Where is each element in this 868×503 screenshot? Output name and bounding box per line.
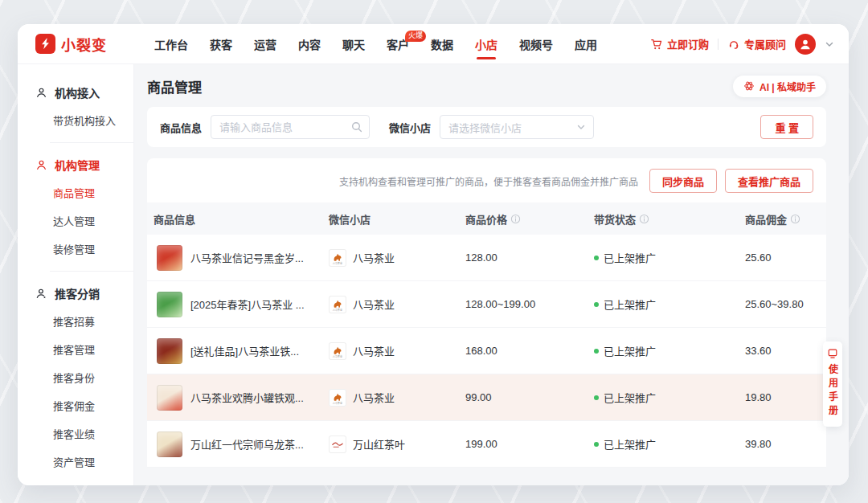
chevron-down-icon[interactable] [825, 39, 834, 49]
status-text: 已上架推广 [604, 343, 656, 358]
top-nav: 工作台 获客 运营 内容 聊天 客户 火爆 数据 小店 视频号 应用 [154, 24, 597, 63]
table-row[interactable]: [送礼佳品]八马茶业铁... 八马茶业 八马茶业 168.00 已上架推广 33… [147, 328, 826, 374]
nav-customer[interactable]: 客户 火爆 [387, 24, 409, 63]
sidebar-item-promoter-recruit[interactable]: 推客招募 [18, 307, 133, 335]
sidebar-item-promoter-manage[interactable]: 推客管理 [18, 335, 133, 363]
brand-name: 小裂变 [61, 34, 107, 55]
topbar-right: 立即订购 专属顾问 [650, 34, 834, 55]
commission-value: 39.80 [739, 438, 826, 450]
sidebar-item-org-access-entry[interactable]: 带货机构接入 [18, 106, 133, 134]
book-icon [827, 348, 838, 359]
nav-content[interactable]: 内容 [298, 24, 321, 63]
info-icon[interactable] [510, 214, 521, 224]
product-thumbnail [157, 292, 182, 317]
ai-assistant-button[interactable]: AI | 私域助手 [733, 76, 826, 97]
horse-logo-icon: 八马茶业 [329, 342, 346, 360]
sidebar-group-org-manage[interactable]: 机构管理 [18, 151, 133, 178]
nav-chat[interactable]: 聊天 [342, 24, 365, 63]
brand[interactable]: 小裂变 [35, 34, 133, 55]
cart-icon [650, 38, 663, 51]
product-table-card: 支持机构查看和管理可推广的商品，便于推客查看商品佣金并推广商品 同步商品 查看推… [147, 158, 826, 468]
person-icon [35, 87, 47, 99]
commission-value: 33.60 [739, 345, 826, 357]
ai-knot-icon [743, 80, 755, 92]
product-thumbnail [157, 245, 182, 271]
svg-text:八马茶业: 八马茶业 [333, 308, 342, 312]
hot-badge: 火爆 [405, 31, 426, 42]
nav-workbench[interactable]: 工作台 [154, 24, 188, 63]
sidebar-item-promoter-performance[interactable]: 推客业绩 [18, 419, 133, 448]
shop-name: 八马茶业 [353, 343, 395, 358]
avatar-icon[interactable] [795, 34, 816, 55]
product-thumbnail [157, 431, 182, 457]
product-price: 199.00 [459, 438, 588, 450]
user-manual-tab[interactable]: 使用手册 [823, 341, 842, 427]
sidebar-item-product-manage[interactable]: 商品管理 [18, 178, 133, 207]
divider [50, 271, 133, 272]
product-price: 128.00~199.00 [459, 298, 588, 310]
page-title: 商品管理 [147, 76, 202, 96]
product-thumbnail [157, 338, 182, 364]
headset-icon [727, 38, 740, 51]
table-hint: 支持机构查看和管理可推广的商品，便于推客查看商品佣金并推广商品 [339, 174, 638, 188]
nav-shop[interactable]: 小店 [475, 24, 497, 63]
search-icon[interactable] [350, 121, 363, 133]
main-content: 商品管理 AI | 私域助手 商品信息 微信小店 请选择微信小店 重 置 [134, 64, 849, 485]
product-name: [2025年春茶]八马茶业 ... [190, 296, 305, 312]
nav-channels[interactable]: 视频号 [519, 24, 553, 63]
shop-filter-label: 微信小店 [389, 120, 431, 135]
nav-data[interactable]: 数据 [431, 24, 453, 63]
nav-apps[interactable]: 应用 [575, 24, 597, 63]
sidebar: 机构接入 带货机构接入 机构管理 商品管理 达人管理 装修管理 推客分销 推客招… [18, 64, 134, 485]
select-chevron-icon [576, 122, 586, 132]
sidebar-item-promoter-identity[interactable]: 推客身份 [18, 363, 133, 391]
reset-button[interactable]: 重 置 [760, 115, 813, 139]
product-name: [送礼佳品]八马茶业铁... [190, 343, 299, 358]
topbar: 小裂变 工作台 获客 运营 内容 聊天 客户 火爆 数据 小店 视频号 应用 立… [18, 24, 849, 64]
view-promoted-button[interactable]: 查看推广商品 [725, 169, 813, 193]
status-text: 已上架推广 [604, 436, 656, 452]
sidebar-group-org-access[interactable]: 机构接入 [18, 79, 133, 106]
info-icon[interactable] [790, 214, 800, 224]
shop-name: 八马茶业 [353, 250, 395, 265]
table-row[interactable]: 八马茶业信记号黑金岁... 八马茶业 八马茶业 128.00 已上架推广 25.… [147, 235, 826, 281]
horse-logo-icon: 八马茶业 [329, 296, 346, 313]
table-row[interactable]: 万山红一代宗师乌龙茶... 万山红茶叶 199.00 已上架推广 39.80 [147, 421, 826, 468]
commission-value: 25.60~39.80 [739, 298, 826, 310]
product-search-input[interactable] [211, 115, 370, 139]
sidebar-item-talent-manage[interactable]: 达人管理 [18, 207, 133, 235]
status-dot [594, 256, 599, 260]
manual-tab-label: 使用手册 [826, 364, 840, 419]
info-icon[interactable] [639, 214, 649, 224]
divider [50, 142, 133, 143]
table-row[interactable]: 八马茶业欢腾小罐铁观... 八马茶业 八马茶业 99.00 已上架推广 19.8… [147, 374, 826, 421]
app-window: 小裂变 工作台 获客 运营 内容 聊天 客户 火爆 数据 小店 视频号 应用 立… [18, 24, 849, 485]
table-row[interactable]: [2025年春茶]八马茶业 ... 八马茶业 八马茶业 128.00~199.0… [147, 281, 826, 328]
product-price: 168.00 [459, 345, 588, 357]
svg-text:八马茶业: 八马茶业 [333, 401, 342, 405]
order-now-button[interactable]: 立即订购 [650, 36, 709, 51]
status-text: 已上架推广 [604, 250, 656, 265]
sidebar-item-asset-manage[interactable]: 资产管理 [18, 448, 133, 476]
product-name: 八马茶业信记号黑金岁... [190, 250, 304, 265]
shop-select[interactable]: 请选择微信小店 [440, 115, 594, 139]
sync-products-button[interactable]: 同步商品 [649, 169, 717, 193]
nav-acquisition[interactable]: 获客 [210, 24, 232, 63]
sidebar-item-promoter-commission[interactable]: 推客佣金 [18, 391, 133, 419]
filter-bar: 商品信息 微信小店 请选择微信小店 重 置 [147, 107, 826, 147]
sidebar-group-promoter[interactable]: 推客分销 [18, 280, 133, 307]
sidebar-item-decor-manage[interactable]: 装修管理 [18, 235, 133, 263]
person-star-icon [35, 288, 47, 300]
divider [718, 39, 719, 50]
product-price: 99.00 [459, 391, 588, 403]
product-info-label: 商品信息 [160, 120, 202, 135]
advisor-button[interactable]: 专属顾问 [727, 36, 786, 51]
product-name: 八马茶业欢腾小罐铁观... [190, 390, 304, 405]
shop-name: 八马茶业 [353, 296, 395, 312]
commission-value: 19.80 [739, 391, 826, 403]
product-name: 万山红一代宗师乌龙茶... [190, 436, 304, 452]
nav-operation[interactable]: 运营 [254, 24, 276, 63]
shop-name: 万山红茶叶 [353, 436, 405, 452]
person-icon [35, 159, 47, 171]
svg-text:八马茶业: 八马茶业 [333, 261, 342, 265]
